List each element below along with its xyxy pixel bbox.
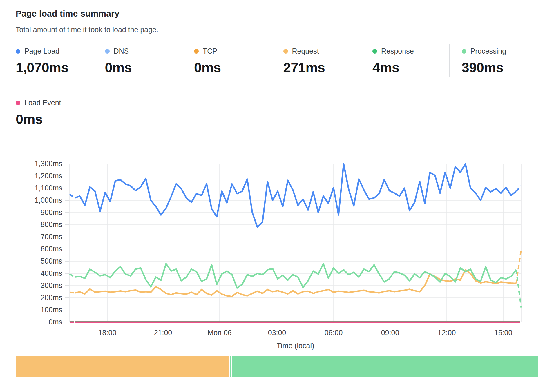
y-axis-tick-label: 800ms (41, 220, 62, 228)
legend-item-head: Load Event (16, 99, 61, 107)
metric-value: 390ms (462, 59, 539, 75)
band-green (232, 356, 538, 377)
metrics-legend-row-2: Load Event0ms (16, 96, 61, 128)
series-line-page-load (516, 186, 522, 191)
status-band (16, 356, 538, 377)
x-axis-tick-label: 15:00 (494, 329, 513, 337)
metric-value: 1,070ms (16, 59, 93, 75)
y-axis-tick-label: 1,300ms (35, 159, 62, 168)
series-line-processing (70, 274, 75, 277)
processing-legend-dot-icon (462, 49, 466, 54)
metric-value: 271ms (283, 59, 360, 75)
y-axis-tick-label: 600ms (41, 245, 62, 253)
metric-label: TCP (203, 47, 217, 55)
legend-item-head: Request (283, 47, 360, 55)
chart-gridlines (65, 164, 521, 322)
metric-value: 0ms (194, 59, 271, 75)
metric-label: Request (292, 47, 319, 55)
metric-value: 4ms (372, 59, 449, 75)
y-axis-tick-label: 100ms (41, 306, 62, 314)
page-load-legend-dot-icon (16, 49, 20, 54)
page-title: Page load time summary (16, 9, 120, 19)
x-axis-tick-label: 12:00 (438, 329, 456, 337)
tcp-legend-dot-icon (194, 49, 199, 54)
chart-area: 0ms100ms200ms300ms400ms500ms600ms700ms80… (0, 157, 554, 354)
metric-label: Response (381, 47, 414, 55)
legend-item-load-event[interactable]: Load Event0ms (16, 96, 61, 128)
legend-item-tcp[interactable]: TCP0ms (182, 44, 271, 77)
y-axis-tick-label: 700ms (41, 233, 62, 241)
metric-label: Processing (470, 47, 506, 55)
metric-value: 0ms (105, 59, 182, 75)
request-legend-dot-icon (283, 49, 288, 54)
series-line-request (70, 292, 75, 293)
dns-legend-dot-icon (105, 49, 110, 54)
y-axis-tick-label: 0ms (49, 318, 62, 326)
y-axis-tick-label: 200ms (41, 293, 62, 302)
y-axis-tick-label: 500ms (41, 257, 62, 265)
load-event-legend-dot-icon (16, 101, 20, 105)
y-axis-tick-label: 1,000ms (35, 196, 62, 204)
legend-item-head: Processing (462, 47, 539, 55)
page-subtitle: Total amount of time it took to load the… (16, 26, 158, 34)
page-load-timeseries-chart[interactable]: 0ms100ms200ms300ms400ms500ms600ms700ms80… (0, 157, 554, 354)
x-axis-tick-label: Mon 06 (207, 329, 231, 337)
legend-item-page-load[interactable]: Page Load1,070ms (16, 44, 93, 77)
legend-item-head: Response (372, 47, 449, 55)
y-axis-tick-label: 300ms (41, 281, 62, 289)
legend-item-head: TCP (194, 47, 271, 55)
series-line-page-load (75, 164, 516, 227)
y-axis-tick-label: 400ms (41, 269, 62, 277)
y-axis-tick-label: 1,100ms (35, 184, 62, 192)
page-load-summary-panel: Page load time summary Total amount of t… (0, 0, 554, 392)
band-green-sliver (230, 356, 231, 377)
legend-item-processing[interactable]: Processing390ms (449, 44, 539, 77)
series-line-request (75, 270, 516, 296)
x-axis-tick-label: 03:00 (268, 329, 286, 337)
y-axis-tick-label: 900ms (41, 208, 62, 216)
legend-item-head: DNS (105, 47, 182, 55)
metric-label: Load Event (24, 99, 61, 107)
band-orange (16, 356, 229, 377)
metrics-legend-row: Page Load1,070msDNS0msTCP0msRequest271ms… (16, 44, 538, 77)
response-legend-dot-icon (372, 49, 377, 54)
legend-item-response[interactable]: Response4ms (360, 44, 449, 77)
series-line-page-load (70, 194, 75, 198)
x-axis-tick-label: 18:00 (98, 329, 117, 337)
metric-label: DNS (114, 47, 129, 55)
legend-item-dns[interactable]: DNS0ms (93, 44, 182, 77)
x-axis-tick-label: 06:00 (325, 329, 343, 337)
legend-item-request[interactable]: Request271ms (271, 44, 360, 77)
metric-value: 0ms (16, 111, 61, 127)
legend-item-head: Page Load (16, 47, 93, 55)
series-line-processing (75, 264, 516, 288)
metric-label: Page Load (24, 47, 59, 55)
x-axis-tick-label: 21:00 (154, 329, 172, 337)
x-axis-tick-label: 09:00 (381, 329, 399, 337)
x-axis-title: Time (local) (277, 342, 314, 350)
y-axis-tick-label: 1,200ms (35, 172, 62, 180)
